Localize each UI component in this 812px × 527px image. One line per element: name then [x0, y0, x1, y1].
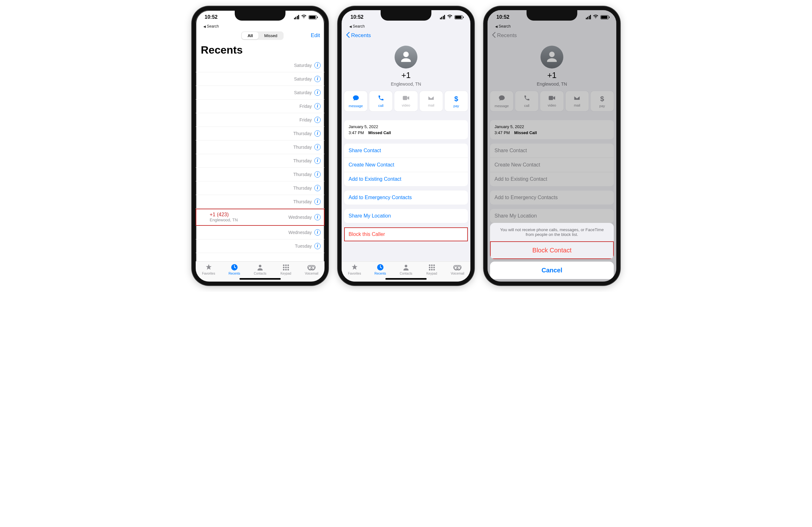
info-icon[interactable]: i: [314, 214, 321, 220]
recents-row[interactable]: Saturday i: [196, 86, 324, 100]
info-icon[interactable]: i: [314, 243, 321, 249]
battery-icon: [454, 15, 463, 19]
call-time: Saturday: [294, 76, 312, 82]
block-contact-button[interactable]: Block Contact: [490, 241, 614, 259]
tab-label: Recents: [228, 272, 240, 275]
mail-icon: [427, 95, 435, 102]
contact-location: Englewood, TN: [342, 82, 470, 87]
tab-favorites[interactable]: Favorites: [199, 263, 218, 275]
home-indicator[interactable]: [240, 278, 281, 280]
info-icon[interactable]: i: [314, 76, 321, 82]
info-icon[interactable]: i: [314, 117, 321, 123]
phone-block-confirm: 10:52 Search Recents +1 Englewood, TN me…: [484, 6, 620, 286]
notch: [381, 10, 431, 20]
battery-icon: [309, 15, 317, 19]
person-icon: [402, 263, 410, 271]
edit-button[interactable]: Edit: [311, 32, 320, 39]
tab-contacts[interactable]: Contacts: [396, 263, 416, 275]
notch: [526, 10, 577, 20]
recents-row[interactable]: Thursday i: [196, 127, 324, 141]
tab-label: Keypad: [280, 272, 291, 275]
recents-row[interactable]: Saturday i: [196, 59, 324, 72]
info-icon[interactable]: i: [314, 171, 321, 178]
tab-contacts[interactable]: Contacts: [250, 263, 270, 275]
keypad-icon: [283, 263, 289, 271]
phone-recents-list: 10:52 Search All Missed Edit Recents Sat…: [192, 6, 328, 286]
call-log-kind: Missed Call: [368, 130, 391, 135]
page-title: Recents: [196, 43, 324, 59]
action-mail: mail: [420, 91, 443, 111]
recents-row[interactable]: Friday i: [196, 113, 324, 127]
tab-label: Contacts: [400, 272, 412, 275]
recents-row[interactable]: Thursday i: [196, 154, 324, 168]
info-icon[interactable]: i: [314, 144, 321, 150]
action-label: pay: [453, 104, 459, 108]
share-contact[interactable]: Share Contact: [344, 144, 468, 158]
contact-number: +1: [342, 70, 470, 80]
tab-recents[interactable]: Recents: [371, 263, 390, 275]
tab-recents[interactable]: Recents: [225, 263, 244, 275]
tab-label: Contacts: [254, 272, 266, 275]
action-video: video: [394, 91, 417, 111]
info-icon[interactable]: i: [314, 62, 321, 69]
tab-keypad[interactable]: Keypad: [276, 263, 295, 275]
recents-row[interactable]: Thursday i: [196, 181, 324, 195]
tab-label: Favorites: [202, 272, 215, 275]
back-button[interactable]: Recents: [346, 32, 371, 39]
recents-row[interactable]: +1 (423) Englewood, TN Wednesday i: [196, 209, 324, 226]
action-call[interactable]: call: [369, 91, 392, 111]
create-new-contact[interactable]: Create New Contact: [344, 158, 468, 172]
action-label: call: [378, 104, 384, 107]
sheet-message: You will not receive phone calls, messag…: [490, 223, 614, 241]
info-icon[interactable]: i: [314, 89, 321, 96]
call-time: Thursday: [293, 172, 312, 177]
home-indicator[interactable]: [386, 278, 426, 280]
add-to-existing-contact[interactable]: Add to Existing Contact: [344, 172, 468, 186]
recents-row[interactable]: Saturday i: [196, 72, 324, 86]
tab-label: Favorites: [348, 272, 361, 275]
tab-label: Recents: [374, 272, 386, 275]
block-this-caller[interactable]: Block this Caller: [344, 228, 468, 241]
info-icon[interactable]: i: [314, 130, 321, 137]
recents-row[interactable]: Friday i: [196, 100, 324, 113]
action-message[interactable]: message: [344, 91, 367, 111]
back-to-search[interactable]: Search: [342, 24, 470, 29]
share-my-location[interactable]: Share My Location: [344, 209, 468, 223]
recents-row[interactable]: Tuesday i: [196, 239, 324, 253]
action-pay[interactable]: $ pay: [445, 91, 468, 111]
voicemail-icon: [307, 263, 316, 271]
recents-row[interactable]: Thursday i: [196, 141, 324, 154]
tab-voicemail[interactable]: Voicemail: [448, 263, 467, 275]
info-icon[interactable]: i: [314, 103, 321, 109]
recents-filter-segment[interactable]: All Missed: [241, 31, 284, 40]
message-icon: [352, 94, 359, 103]
clock-icon: [377, 263, 384, 271]
tab-voicemail[interactable]: Voicemail: [302, 263, 321, 275]
segment-all[interactable]: All: [242, 32, 259, 39]
status-time: 10:52: [205, 14, 218, 20]
svg-point-4: [405, 265, 407, 267]
back-to-search[interactable]: Search: [196, 24, 324, 29]
segment-missed[interactable]: Missed: [259, 32, 283, 39]
add-to-emergency-contacts[interactable]: Add to Emergency Contacts: [344, 191, 468, 205]
call-time: Thursday: [293, 199, 312, 204]
dollar-icon: $: [454, 95, 458, 103]
call-log-group: January 5, 2022 3:47 PM Missed Call: [344, 120, 468, 139]
info-icon[interactable]: i: [314, 229, 321, 236]
tab-favorites[interactable]: Favorites: [345, 263, 364, 275]
info-icon[interactable]: i: [314, 199, 321, 205]
call-time: Wednesday: [288, 230, 312, 235]
recents-row[interactable]: Wednesday i: [196, 226, 324, 239]
tab-label: Keypad: [426, 272, 437, 275]
info-icon[interactable]: i: [314, 158, 321, 164]
call-time: Wednesday: [288, 215, 312, 220]
star-icon: [351, 263, 359, 271]
person-icon: [256, 263, 264, 271]
call-time: Friday: [300, 117, 312, 122]
recents-row[interactable]: Thursday i: [196, 195, 324, 209]
tab-keypad[interactable]: Keypad: [422, 263, 441, 275]
info-icon[interactable]: i: [314, 185, 321, 191]
cancel-button[interactable]: Cancel: [490, 262, 614, 279]
recents-row[interactable]: Thursday i: [196, 168, 324, 181]
recents-list[interactable]: Saturday i Saturday i Saturday i Friday …: [196, 59, 324, 253]
